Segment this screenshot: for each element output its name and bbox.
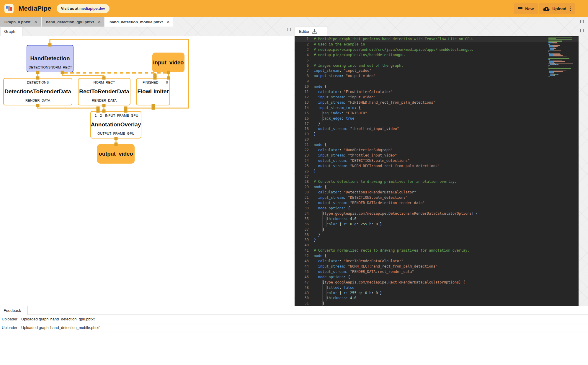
menu-icon: [518, 7, 522, 11]
line-number: 4: [295, 53, 309, 58]
line-number: 6: [295, 63, 309, 69]
graph-node-RectToRenderData[interactable]: NORM_RECTRectToRenderDataRENDER_DATA: [78, 78, 130, 105]
code-line: 25 output_stream: "NORM_RECT:hand_rect_f…: [295, 164, 579, 169]
code-line: 35 thickness: 4.0: [295, 216, 579, 222]
port-label: FINISHED: [143, 81, 159, 84]
pane-square-icon[interactable]: [580, 20, 584, 23]
pane-square-icon[interactable]: [580, 29, 584, 32]
port-label: 2: [100, 114, 102, 117]
code-line: 20: [295, 137, 579, 142]
indent-guide: [318, 232, 318, 238]
indent-guide: [318, 195, 318, 201]
line-content: node {: [314, 142, 326, 148]
line-number: 20: [295, 137, 309, 142]
tab-graph[interactable]: Graph: [1, 27, 22, 36]
graph-node-output_video[interactable]: output_video: [97, 144, 135, 164]
file-tab-label: hand_detection_gpu.pbtxt: [46, 20, 94, 24]
line-number: 34: [295, 211, 309, 216]
graph-edges: [0, 36, 294, 306]
graph-node-input_video[interactable]: input_video: [152, 53, 184, 72]
line-content: input_stream_info: {: [314, 105, 361, 111]
code-line: 30 calculator: "DetectionsToRenderDataCa…: [295, 190, 579, 195]
feedback-row: UploaderUploaded graph 'hand_detection_g…: [0, 315, 588, 323]
indent-guide: [318, 95, 318, 100]
mediapipe-dev-link[interactable]: mediapipe.dev: [79, 6, 105, 11]
code-line: 44 input_stream: "NORM_RECT:hand_rect_fr…: [295, 264, 579, 269]
graph-node-DetectionsToRenderData[interactable]: DETECTIONSDetectionsToRenderDataRENDER_D…: [3, 78, 72, 105]
line-content: thickness: 4.0: [314, 216, 357, 222]
tab-feedback[interactable]: Feedback: [0, 306, 28, 315]
code-line: 14 input_stream_info: {: [295, 105, 579, 111]
line-number: 49: [295, 291, 309, 296]
line-content: output_stream: "DETECTIONS:palm_detectio…: [314, 158, 410, 164]
port-label: RENDER_DATA: [92, 99, 117, 102]
new-button-label: New: [525, 6, 534, 11]
indent-guide: [318, 275, 318, 280]
line-content: node {: [314, 84, 326, 89]
code-line: 12 input_stream: "input_video": [295, 95, 579, 100]
mediapipe-logo-icon: [4, 4, 14, 13]
file-tab-Graph_0.pbtxt[interactable]: Graph_0.pbtxt✕: [0, 17, 41, 27]
code-line: 13 input_stream: "FINISHED:hand_rect_fro…: [295, 100, 579, 105]
indent-guide: [322, 291, 323, 296]
code-line: 36 color { r: 0 g: 255 b: 0 }: [295, 222, 579, 227]
line-content: tag_index: "FINISHED": [314, 111, 367, 116]
close-icon[interactable]: ✕: [166, 19, 170, 24]
indent-guide: [318, 301, 318, 306]
line-content: calculator: "HandDetectionSubgraph": [314, 148, 393, 153]
code-line: 43 calculator: "RectToRenderDataCalculat…: [295, 259, 579, 264]
feedback-source: Uploader: [0, 317, 21, 321]
upload-button[interactable]: Upload: [539, 3, 575, 14]
indent-guide: [318, 158, 318, 164]
line-content: [type.googleapis.com/mediapipe.Detection…: [314, 211, 478, 216]
pane-square-icon[interactable]: [288, 28, 291, 31]
indent-guide: [318, 105, 318, 111]
feedback-row: UploaderUploaded graph 'hand_detection_m…: [0, 323, 588, 332]
indent-guide: [318, 148, 318, 153]
line-number: 9: [295, 79, 309, 84]
indent-guide: [322, 222, 323, 227]
graph-canvas[interactable]: HandDetectionDETECTIONSNORM_RECTinput_vi…: [0, 36, 294, 306]
line-content: input_stream: "NORM_RECT:hand_rect_from_…: [314, 264, 437, 269]
port-label: RENDER_DATA: [25, 99, 50, 102]
indent-guide: [318, 269, 318, 275]
line-content: }: [314, 227, 324, 232]
code-line: 23 input_stream: "throttled_input_video": [295, 153, 579, 158]
indent-guide: [318, 222, 318, 227]
node-input-ports: DETECTIONS: [4, 80, 72, 85]
code-editor[interactable]: 1# MediaPipe graph that performs hand de…: [295, 36, 579, 306]
indent-guide: [322, 296, 323, 301]
code-line: 5: [295, 58, 579, 63]
code-line: 42node {: [295, 253, 579, 259]
graph-node-FlowLimiter[interactable]: FINISHED0FlowLimiter: [136, 78, 170, 105]
code-line: 17 }: [295, 121, 579, 127]
line-content: output_stream: "throttled_input_video": [314, 126, 399, 132]
close-icon[interactable]: ✕: [34, 19, 37, 24]
line-number: 31: [295, 195, 309, 201]
new-button[interactable]: New: [514, 3, 538, 14]
tab-editor[interactable]: Editor: [295, 27, 327, 36]
kebab-icon[interactable]: [570, 6, 571, 11]
indent-guide: [322, 216, 323, 222]
code-line: 29node {: [295, 185, 579, 190]
close-icon[interactable]: ✕: [97, 19, 101, 24]
line-number: 50: [295, 296, 309, 301]
graph-node-AnnotationOverlay[interactable]: 12INPUT_FRAME_GPUAnnotationOverlayOUTPUT…: [90, 111, 141, 138]
editor-minimap[interactable]: [548, 38, 577, 76]
indent-guide: [322, 285, 323, 291]
line-number: 27: [295, 174, 309, 180]
node-output-ports: [137, 98, 169, 103]
line-content: [type.googleapis.com/mediapipe.RectToRen…: [314, 280, 465, 285]
line-content: filled: false: [314, 285, 354, 291]
graph-node-HandDetection[interactable]: HandDetectionDETECTIONSNORM_RECT: [27, 45, 74, 72]
pane-square-icon[interactable]: [574, 308, 577, 311]
line-number: 19: [295, 132, 309, 137]
file-tab-hand_detection_mobile.pbtxt[interactable]: hand_detection_mobile.pbtxt✕: [105, 17, 173, 27]
code-line: 7input_stream: "input_video": [295, 68, 579, 74]
file-tab-hand_detection_gpu.pbtxt[interactable]: hand_detection_gpu.pbtxt✕: [42, 17, 104, 27]
feedback-message: Uploaded graph 'hand_detection_gpu.pbtxt…: [21, 317, 95, 321]
line-content: node_options: {: [314, 275, 350, 280]
node-input-ports: NORM_RECT: [79, 80, 130, 85]
download-icon[interactable]: [312, 29, 317, 34]
code-line: 31 input_stream: "DETECTIONS:palm_detect…: [295, 195, 579, 201]
